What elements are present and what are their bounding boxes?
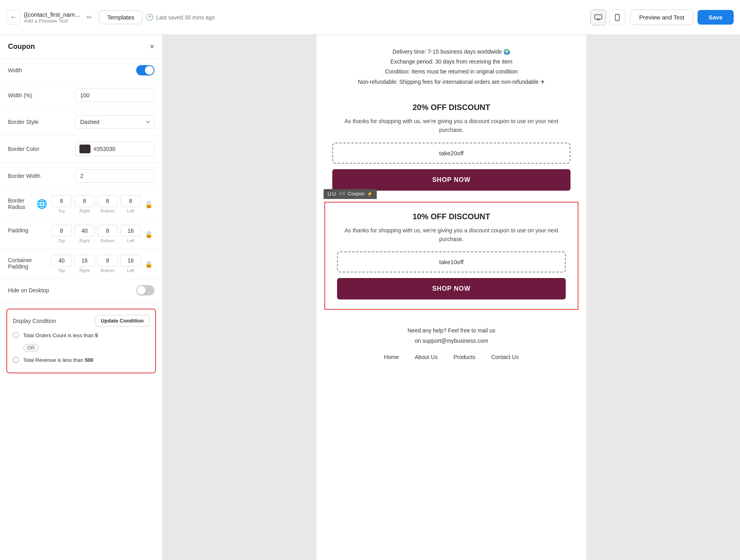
- update-condition-button[interactable]: Update Condition: [95, 315, 150, 326]
- padding-top-sublabel: Top: [58, 238, 65, 243]
- container-padding-left-sublabel: Left: [127, 268, 134, 273]
- padding-top-input[interactable]: [51, 225, 72, 237]
- delivery-line-2: Exchange period: 30 days from receiving …: [332, 57, 570, 67]
- coupon-1-shop-now-button[interactable]: SHOP NOW: [332, 169, 570, 191]
- desktop-view-button[interactable]: [590, 10, 606, 25]
- app-header: ← {{contact_first_nam... Add a Preview T…: [0, 0, 740, 35]
- padding-bottom-input[interactable]: [97, 225, 118, 237]
- help-line-2: on support@mybusiness.com: [332, 336, 570, 346]
- left-sublabel: Left: [127, 209, 134, 213]
- padding-left-sublabel: Left: [127, 238, 134, 243]
- header-right: Preview and Test Save: [630, 10, 734, 25]
- border-width-input[interactable]: [75, 169, 154, 183]
- save-button[interactable]: Save: [698, 10, 734, 25]
- width-percent-row: Width (%): [0, 82, 162, 109]
- right-sublabel: Right: [79, 209, 90, 213]
- border-radius-right-input[interactable]: [74, 195, 95, 207]
- padding-bottom-sublabel: Bottom: [101, 238, 115, 243]
- border-style-select[interactable]: Dashed Solid Dotted None: [75, 115, 154, 129]
- footer-links: Home About Us Products Contact Us: [332, 354, 570, 360]
- condition-1-radio[interactable]: [13, 332, 19, 338]
- preview-test-button[interactable]: Preview and Test: [630, 10, 694, 25]
- padding-left-input[interactable]: [120, 225, 141, 237]
- border-radius-top-box: Top: [51, 195, 72, 213]
- desktop-icon: [594, 14, 602, 21]
- condition-2-radio[interactable]: [13, 357, 19, 363]
- contact-name: {{contact_first_nam...: [24, 11, 80, 18]
- coupon-2-shop-now-button[interactable]: SHOP NOW: [337, 278, 566, 299]
- padding-right-sublabel: Right: [79, 238, 90, 243]
- border-width-label: Border Width: [8, 173, 40, 179]
- border-style-label: Border Style: [8, 119, 39, 125]
- width-toggle[interactable]: [136, 65, 154, 75]
- save-status: 🕐 Last saved 30 mins ago: [146, 14, 215, 21]
- condition-item-2: Total Revenue is less than 500: [13, 357, 150, 363]
- padding-inputs: Top Right Bottom Left 🔒: [51, 225, 154, 243]
- container-padding-right-sublabel: Right: [79, 268, 90, 273]
- padding-bottom-box: Bottom: [97, 225, 118, 243]
- border-radius-left-input[interactable]: [120, 195, 141, 207]
- email-footer: Need any help? Feel free to mail us on s…: [316, 318, 586, 368]
- toolbar-uu: UU: [328, 191, 337, 197]
- border-color-label: Border Color: [8, 146, 39, 152]
- border-color-field[interactable]: #353030: [75, 142, 154, 156]
- coupon-1-title: 20% OFF DISCOUNT: [332, 103, 570, 112]
- padding-left-box: Left: [120, 225, 141, 243]
- footer-home-link[interactable]: Home: [384, 354, 399, 360]
- coupon-toolbar: UU ⠿⠿ Coupon ⚡: [324, 189, 377, 199]
- container-padding-bottom-box: Bottom: [97, 255, 118, 273]
- coupon-1-desc: As thanks for shopping with us, we're gi…: [332, 117, 570, 135]
- main-layout: Coupon × Width Width (%) Border Style Da…: [0, 35, 740, 560]
- hide-desktop-toggle[interactable]: [136, 285, 154, 295]
- width-label: Width: [8, 67, 22, 73]
- coupon-1-code: take20off: [332, 143, 570, 164]
- border-color-row: Border Color #353030: [0, 135, 162, 163]
- display-condition-label: Display Condition: [13, 318, 56, 324]
- border-radius-right-box: Right: [74, 195, 95, 213]
- container-padding-left-box: Left: [120, 255, 141, 273]
- toolbar-lightning-icon: ⚡: [367, 191, 373, 197]
- coupon-block-1: 20% OFF DISCOUNT As thanks for shopping …: [316, 95, 586, 199]
- footer-about-link[interactable]: About Us: [415, 354, 438, 360]
- container-padding-label: ContainerPadding: [8, 255, 32, 270]
- width-percent-input[interactable]: [75, 89, 154, 102]
- border-radius-top-input[interactable]: [51, 195, 72, 207]
- hide-desktop-label: Hide on Desktop: [8, 287, 49, 294]
- or-badge: OR: [23, 344, 39, 352]
- container-padding-inputs: Top Right Bottom Left 🔒: [51, 255, 154, 273]
- delivery-info: Delivery time: 7-15 business days worldw…: [316, 47, 586, 95]
- delivery-line-1: Delivery time: 7-15 business days worldw…: [332, 47, 570, 57]
- container-padding-bottom-sublabel: Bottom: [101, 268, 115, 273]
- svg-rect-0: [595, 15, 602, 19]
- border-radius-bottom-input[interactable]: [97, 195, 118, 207]
- edit-button[interactable]: ✏: [83, 11, 96, 24]
- container-padding-right-input[interactable]: [74, 255, 95, 266]
- container-padding-lock-button[interactable]: 🔒: [143, 259, 154, 270]
- border-radius-bottom-box: Bottom: [97, 195, 118, 213]
- container-padding-row: ContainerPadding Top Right Bottom Left: [0, 249, 162, 279]
- coupon-block-2-selected[interactable]: 10% OFF DISCOUNT As thanks for shopping …: [324, 202, 578, 310]
- container-padding-top-input[interactable]: [51, 255, 72, 266]
- mobile-view-button[interactable]: [609, 10, 625, 25]
- templates-button[interactable]: Templates: [99, 10, 143, 24]
- border-radius-label: BorderRadius: [8, 195, 25, 210]
- footer-contact-link[interactable]: Contact Us: [491, 354, 518, 360]
- border-radius-lock-button[interactable]: 🔓: [143, 199, 154, 210]
- border-radius-row: BorderRadius 🌐 Top Right Bottom: [0, 189, 162, 219]
- contact-info: {{contact_first_nam... Add a Preview Tex…: [24, 11, 80, 24]
- clock-icon: 🕐: [146, 14, 154, 21]
- padding-right-input[interactable]: [74, 225, 95, 237]
- footer-products-link[interactable]: Products: [453, 354, 475, 360]
- container-padding-left-input[interactable]: [120, 255, 141, 266]
- coupon-2-code: take10off: [337, 251, 566, 272]
- coupon-2-title: 10% OFF DISCOUNT: [337, 212, 566, 221]
- close-panel-button[interactable]: ×: [150, 42, 154, 51]
- coupon-2-desc: As thanks for shopping with us, we're gi…: [337, 226, 566, 244]
- back-button[interactable]: ←: [6, 10, 21, 25]
- help-line-1: Need any help? Feel free to mail us: [332, 326, 570, 336]
- padding-lock-button[interactable]: 🔒: [143, 229, 154, 240]
- left-panel: Coupon × Width Width (%) Border Style Da…: [0, 35, 163, 560]
- toolbar-coupon-label: Coupon: [348, 191, 364, 197]
- right-panel: Delivery time: 7-15 business days worldw…: [163, 35, 740, 560]
- container-padding-bottom-input[interactable]: [97, 255, 118, 266]
